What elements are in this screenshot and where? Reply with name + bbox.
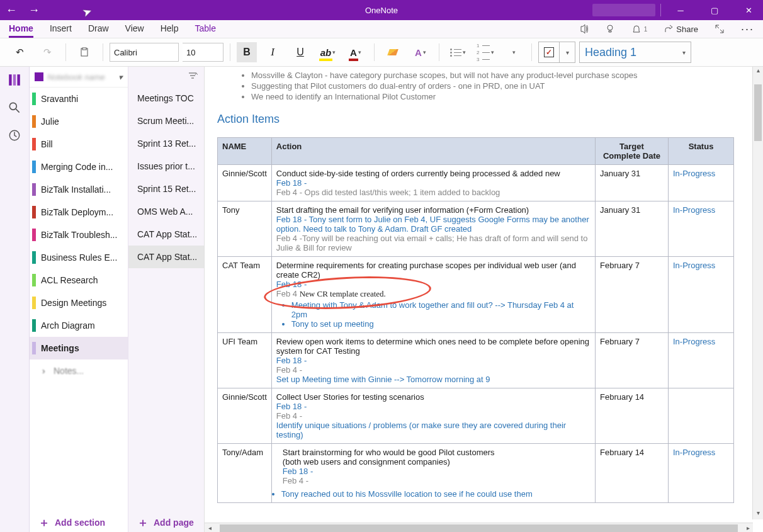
user-account-button[interactable] <box>592 4 655 16</box>
page-item[interactable]: Sprint 15 Ret... <box>128 178 204 200</box>
page-item[interactable]: OMS Web A... <box>128 200 204 223</box>
font-name-select[interactable]: Calibri <box>110 43 179 62</box>
search-icon[interactable] <box>8 101 21 115</box>
format-painter-button[interactable]: A▾ <box>409 43 432 62</box>
scroll-thumb[interactable] <box>754 84 762 141</box>
numbered-list-button[interactable]: 123▾ <box>473 43 497 62</box>
page-canvas[interactable]: Mossville & Clayton - have category purc… <box>205 67 763 532</box>
section-item[interactable]: Julie <box>30 110 128 133</box>
vertical-scrollbar[interactable]: ▴ ▾ <box>752 67 763 519</box>
undo-button[interactable]: ↶ <box>8 43 31 62</box>
bullet-list-button[interactable]: ▾ <box>446 43 470 62</box>
add-section-button[interactable]: ＋Add section <box>30 512 128 532</box>
underline-button[interactable]: U <box>288 43 312 62</box>
section-label: ACL Research <box>41 275 98 285</box>
section-label: Sravanthi <box>41 94 78 104</box>
svg-point-6 <box>9 103 16 110</box>
tab-view[interactable]: View <box>125 21 144 38</box>
tab-insert[interactable]: Insert <box>50 21 72 38</box>
ribbon: ↶ ↷ Calibri 10 B I U ab▾ A▾ A▾ ▾ 123▾ ▾ … <box>0 38 763 67</box>
section-item[interactable]: BizTalk Deploym... <box>30 201 128 224</box>
section-item[interactable]: ACL Research <box>30 269 128 291</box>
svg-rect-5 <box>17 74 20 86</box>
section-label: BizTalk Troublesh... <box>41 230 117 240</box>
section-group-item[interactable]: ›Notes... <box>30 359 128 382</box>
page-item[interactable]: Issues prior t... <box>128 155 204 178</box>
tab-table[interactable]: Table <box>195 21 215 38</box>
font-color-button[interactable]: A▾ <box>344 43 368 62</box>
scroll-thumb[interactable] <box>220 524 738 532</box>
table-row: CAT Team Determine requirements for crea… <box>218 257 734 333</box>
section-item[interactable]: Bill <box>30 133 128 156</box>
section-item[interactable]: Business Rules E... <box>30 246 128 269</box>
paragraph-more-button[interactable]: ▾ <box>501 43 525 62</box>
sections-panel: Notebook name ▾ SravanthiJulieBillMergin… <box>30 67 128 532</box>
notifications-button[interactable]: 1 <box>631 24 648 34</box>
share-button[interactable]: Share <box>664 24 698 34</box>
section-label: Julie <box>41 116 59 127</box>
section-label: Meetings <box>41 343 79 353</box>
forward-button[interactable]: → <box>23 4 45 17</box>
redo-button[interactable]: ↷ <box>35 43 59 62</box>
more-button[interactable]: ··· <box>741 23 754 36</box>
table-row: Ginnie/Scott Collect User Stories for te… <box>218 388 734 444</box>
svg-rect-9 <box>35 72 43 81</box>
page-item[interactable]: CAT App Stat... <box>128 246 204 268</box>
horizontal-scrollbar[interactable]: ◂ ▸ <box>205 523 753 532</box>
notebooks-icon[interactable] <box>8 73 21 87</box>
svg-rect-2 <box>82 48 86 50</box>
page-item[interactable]: CAT App Stat... <box>128 223 204 246</box>
app-title: OneNote <box>365 6 398 15</box>
section-item[interactable]: BizTalk Troublesh... <box>30 224 128 246</box>
notebook-dropdown-icon[interactable]: ▾ <box>118 72 123 82</box>
italic-button[interactable]: I <box>261 43 285 62</box>
to-do-tag-button[interactable]: ✓ ▾ <box>538 42 575 63</box>
page-item[interactable]: Meetings TOC <box>128 87 204 110</box>
table-row: Ginnie/Scott Conduct side-by-side testin… <box>218 165 734 201</box>
pages-panel: Meetings TOCScrum Meeti...Sprint 13 Ret.… <box>128 67 205 532</box>
menu-bar: Home Insert Draw View Help Table 1 Share… <box>0 20 763 38</box>
minimize-button[interactable]: ─ <box>666 6 695 15</box>
note-bullets: Mossville & Clayton - have category purc… <box>226 71 734 101</box>
action-items-table[interactable]: NAME Action Target Complete Date Status … <box>217 137 734 503</box>
svg-rect-3 <box>9 74 11 86</box>
svg-line-7 <box>16 109 20 113</box>
section-item[interactable]: Sravanthi <box>30 88 128 110</box>
back-button[interactable]: ← <box>0 4 23 17</box>
maximize-button[interactable]: ▢ <box>700 6 729 15</box>
paste-button[interactable] <box>72 43 96 62</box>
svg-rect-4 <box>13 74 16 86</box>
section-label: Merging Code in... <box>41 162 113 172</box>
nav-rail <box>0 67 30 532</box>
section-item[interactable]: Meetings <box>30 337 128 359</box>
bold-button[interactable]: B <box>237 42 257 62</box>
sort-icon[interactable] <box>188 71 198 83</box>
tab-draw[interactable]: Draw <box>88 21 109 38</box>
action-items-heading: Action Items <box>217 113 734 126</box>
section-label: Arch Diagram <box>41 320 95 331</box>
section-item[interactable]: BizTalk Installati... <box>30 178 128 201</box>
tips-button[interactable] <box>605 24 615 34</box>
table-row: UFI Team Review open work items to deter… <box>218 333 734 388</box>
style-select[interactable]: Heading 1▾ <box>579 42 691 63</box>
highlight-button[interactable]: ab▾ <box>316 43 340 62</box>
notebook-header[interactable]: Notebook name ▾ <box>30 67 128 88</box>
close-button[interactable]: ✕ <box>734 6 763 15</box>
font-size-select[interactable]: 10 <box>183 43 223 62</box>
add-page-button[interactable]: ＋Add page <box>128 512 204 532</box>
fullscreen-button[interactable] <box>715 24 725 34</box>
section-item[interactable]: Merging Code in... <box>30 156 128 178</box>
section-label: Bill <box>41 139 53 149</box>
read-aloud-button[interactable] <box>579 24 589 34</box>
section-item[interactable]: Arch Diagram <box>30 314 128 337</box>
clear-formatting-button[interactable] <box>381 43 405 62</box>
section-label: Business Rules E... <box>41 252 117 263</box>
col-name: NAME <box>218 138 272 165</box>
tab-help[interactable]: Help <box>161 21 179 38</box>
recent-icon[interactable] <box>8 128 21 142</box>
section-item[interactable]: Design Meetings <box>30 291 128 314</box>
tab-home[interactable]: Home <box>9 21 33 38</box>
page-item[interactable]: Scrum Meeti... <box>128 110 204 132</box>
page-item[interactable]: Sprint 13 Ret... <box>128 132 204 155</box>
col-action: Action <box>271 138 595 165</box>
